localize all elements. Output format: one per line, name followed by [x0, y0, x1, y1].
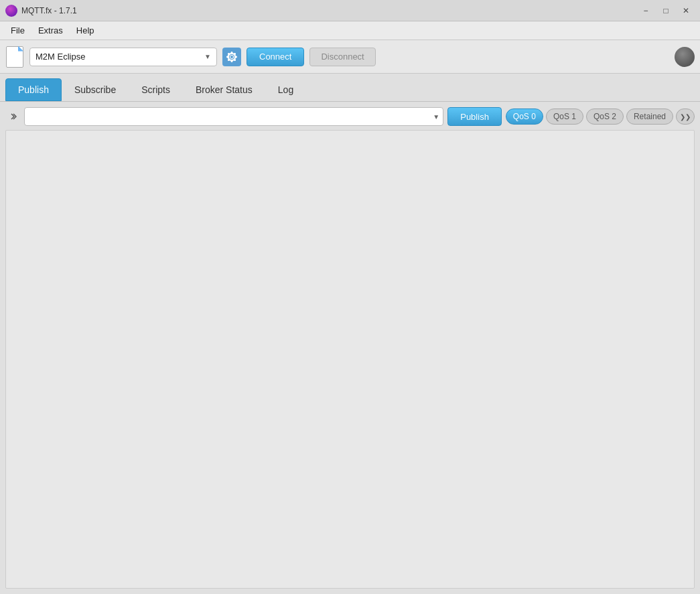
expand-button[interactable] — [5, 109, 20, 124]
retained-button[interactable]: Retained — [626, 108, 673, 125]
dropdown-arrow-icon: ▼ — [204, 53, 211, 60]
publish-toolbar: ▼ Publish QoS 0 QoS 1 QoS 2 Retained ❯❯ — [5, 107, 695, 126]
title-bar: MQTT.fx - 1.7.1 − □ ✕ — [0, 0, 700, 21]
menu-bar: File Extras Help — [0, 21, 700, 40]
disconnect-button[interactable]: Disconnect — [309, 48, 375, 66]
topic-input-wrapper: ▼ — [24, 107, 443, 126]
qos1-button[interactable]: QoS 1 — [546, 108, 583, 125]
publish-button[interactable]: Publish — [447, 107, 502, 126]
tab-broker-status[interactable]: Broker Status — [183, 78, 265, 101]
maximize-button[interactable]: □ — [657, 4, 675, 17]
document-icon — [5, 46, 24, 68]
tab-bar: Publish Subscribe Scripts Broker Status … — [0, 74, 700, 102]
window-controls: − □ ✕ — [637, 4, 695, 17]
menu-file[interactable]: File — [4, 23, 31, 38]
chevron-right-icon — [9, 113, 17, 121]
message-content-area[interactable] — [5, 130, 695, 589]
more-icon: ❯❯ — [680, 113, 691, 121]
settings-button[interactable] — [222, 48, 241, 66]
toolbar: M2M Eclipse ▼ Connect Disconnect — [0, 40, 700, 74]
connection-selected: M2M Eclipse — [36, 52, 85, 62]
qos2-button[interactable]: QoS 2 — [586, 108, 624, 125]
gear-icon — [226, 52, 237, 62]
tab-log[interactable]: Log — [265, 78, 306, 101]
publish-area: ▼ Publish QoS 0 QoS 1 QoS 2 Retained ❯❯ — [0, 102, 700, 594]
window-title: MQTT.fx - 1.7.1 — [21, 6, 77, 15]
close-button[interactable]: ✕ — [677, 4, 695, 17]
tab-publish[interactable]: Publish — [5, 78, 62, 101]
title-bar-left: MQTT.fx - 1.7.1 — [5, 5, 77, 17]
qos0-button[interactable]: QoS 0 — [506, 108, 543, 125]
connect-button[interactable]: Connect — [247, 48, 304, 66]
topic-input[interactable] — [24, 107, 443, 126]
tab-subscribe[interactable]: Subscribe — [62, 78, 129, 101]
tab-scripts[interactable]: Scripts — [129, 78, 183, 101]
more-options-button[interactable]: ❯❯ — [676, 108, 695, 125]
menu-extras[interactable]: Extras — [31, 23, 70, 38]
qos-controls: QoS 0 QoS 1 QoS 2 Retained ❯❯ — [506, 108, 695, 125]
connection-status-indicator — [675, 47, 695, 67]
minimize-button[interactable]: − — [637, 4, 654, 17]
app-icon — [5, 5, 17, 17]
menu-help[interactable]: Help — [70, 23, 101, 38]
connection-dropdown[interactable]: M2M Eclipse ▼ — [29, 48, 217, 66]
